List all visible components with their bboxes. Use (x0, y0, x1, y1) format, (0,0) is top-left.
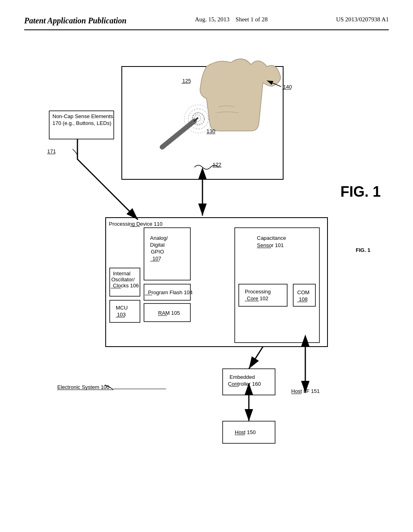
svg-text:Digital: Digital (150, 242, 165, 248)
gpio-label: Analog/ (150, 235, 168, 241)
cap-sensor-label: Capacitance (257, 235, 286, 241)
svg-line-32 (168, 179, 202, 228)
host-label: Host 150 (235, 429, 256, 435)
ram-label: RAM 105 (158, 310, 180, 316)
svg-text:Oscillator/: Oscillator/ (111, 276, 135, 283)
com-label: COM (297, 289, 309, 295)
fig-1-label: FIG. 1 (356, 247, 370, 253)
non-cap-label: Non-Cap Sense Elements (52, 113, 113, 119)
proc-core-label: Processing (245, 289, 271, 295)
prog-flash-label: Program Flash 104 (148, 289, 193, 295)
sheet-info: Sheet 1 of 28 (236, 16, 268, 23)
label-171: 171 (47, 148, 56, 154)
publication-date-sheet: Aug. 15, 2013 Sheet 1 of 28 (195, 16, 267, 23)
diagram-area: FIG. 1 125 (24, 42, 389, 506)
mcu-label: MCU (116, 305, 128, 311)
svg-text:Controller 160: Controller 160 (228, 381, 261, 387)
svg-text:170 (e.g., Buttons, LEDs): 170 (e.g., Buttons, LEDs) (52, 120, 111, 126)
svg-text:GPIO: GPIO (151, 249, 164, 255)
publication-title: Patent Application Publication (24, 16, 127, 25)
label-125: 125 (182, 78, 191, 84)
embedded-ctrl-label: Embedded (229, 374, 255, 380)
svg-text:103: 103 (117, 312, 126, 318)
svg-rect-14 (106, 218, 327, 347)
int-osc-label: Internal (113, 270, 130, 276)
svg-text:Clocks 106: Clocks 106 (113, 283, 139, 289)
pub-date: Aug. 15, 2013 (195, 16, 229, 23)
patent-page: Patent Application Publication Aug. 15, … (0, 0, 413, 532)
label-122: 122 (213, 162, 221, 168)
svg-text:Sensor 101: Sensor 101 (257, 242, 284, 248)
label-130: 130 (206, 128, 215, 134)
svg-text:108: 108 (299, 296, 308, 302)
svg-text:107: 107 (152, 256, 161, 262)
svg-text:Core 102: Core 102 (247, 295, 268, 301)
label-140: 140 (283, 84, 292, 90)
patent-header: Patent Application Publication Aug. 15, … (24, 16, 389, 30)
patent-number: US 2013/0207938 A1 (336, 16, 389, 23)
elec-system-label: Electronic System 100 (57, 384, 109, 390)
processing-device-label: Processing Device 110 (109, 221, 163, 227)
svg-line-35 (249, 347, 263, 369)
main-diagram: 125 140 130 122 (24, 42, 389, 506)
